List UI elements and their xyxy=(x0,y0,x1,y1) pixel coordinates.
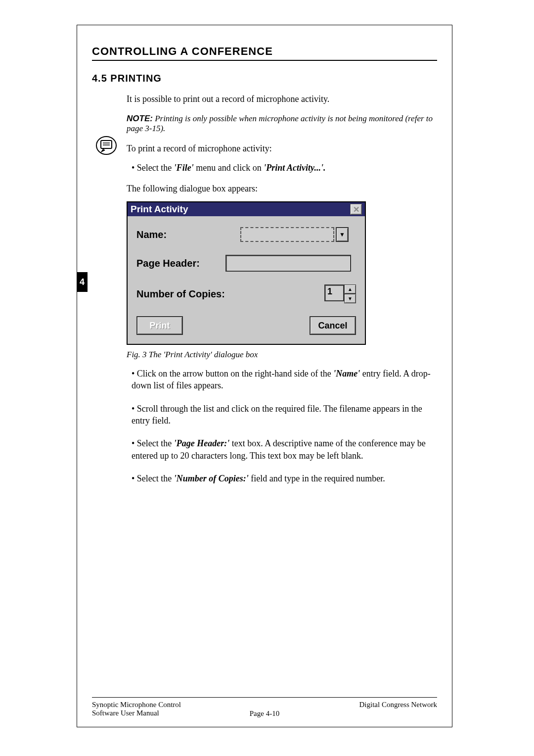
footer-page-number: Page 4-10 xyxy=(230,701,299,718)
dialog-title: Print Activity xyxy=(131,204,188,215)
note-icon xyxy=(96,135,117,156)
page-header-input[interactable] xyxy=(225,255,351,272)
svg-point-0 xyxy=(96,137,116,154)
para-toprint: To print a record of microphone activity… xyxy=(127,142,437,154)
footer-left-2: Software User Manual xyxy=(92,709,230,717)
svg-rect-1 xyxy=(101,141,112,148)
print-activity-dialog: Print Activity ✕ Name: ▼ Pag xyxy=(127,201,366,345)
chevron-down-icon: ▼ xyxy=(348,296,353,301)
spin-down-button[interactable]: ▼ xyxy=(344,294,356,303)
footer-left-1: Synoptic Microphone Control xyxy=(92,701,230,709)
name-dropdown-button[interactable]: ▼ xyxy=(336,227,349,242)
note-label: NOTE: xyxy=(127,114,153,123)
spin-up-button[interactable]: ▲ xyxy=(344,284,356,294)
chevron-down-icon: ▼ xyxy=(339,231,345,238)
dialog-titlebar: Print Activity ✕ xyxy=(128,202,365,216)
name-input[interactable] xyxy=(240,227,334,242)
print-button[interactable]: Print xyxy=(136,316,183,335)
heading-controlling: CONTROLLING A CONFERENCE xyxy=(92,45,437,61)
chevron-up-icon: ▲ xyxy=(348,286,353,292)
bullet-select-file: Select the 'File' menu and click on 'Pri… xyxy=(132,162,437,174)
para-dialog-appears: The following dialogue box appears: xyxy=(127,183,437,194)
page-frame: CONTROLLING A CONFERENCE 4.5 PRINTING It… xyxy=(77,25,452,727)
page-header-label: Page Header: xyxy=(136,258,225,269)
copies-label: Number of Copies: xyxy=(136,288,255,300)
bullet-click-arrow: Click on the arrow button on the right-h… xyxy=(132,368,437,392)
page-footer: Synoptic Microphone Control Software Use… xyxy=(92,697,437,718)
bullet-num-copies: Select the 'Number of Copies:' field and… xyxy=(132,472,437,484)
figure-caption: Fig. 3 The 'Print Activity' dialogue box xyxy=(127,350,437,360)
cancel-button[interactable]: Cancel xyxy=(310,316,356,335)
intro-text: It is possible to print out a record of … xyxy=(127,93,437,105)
note-block: NOTE: Printing is only possible when mic… xyxy=(127,114,437,134)
bullet-scroll-list: Scroll through the list and click on the… xyxy=(132,403,437,427)
footer-right: Digital Congress Network xyxy=(299,701,437,718)
heading-printing: 4.5 PRINTING xyxy=(92,73,437,84)
copies-input[interactable]: 1 xyxy=(324,284,344,301)
note-text: Printing is only possible when microphon… xyxy=(127,114,433,133)
bullet-page-header: Select the 'Page Header:' text box. A de… xyxy=(132,437,437,462)
close-icon[interactable]: ✕ xyxy=(350,204,362,215)
name-label: Name: xyxy=(136,229,240,240)
